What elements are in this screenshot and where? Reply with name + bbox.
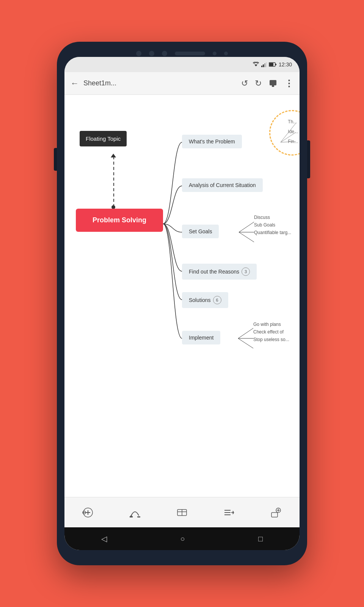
- svg-rect-26: [130, 516, 133, 517]
- svg-line-12: [239, 232, 254, 242]
- connect-icon: [129, 506, 141, 519]
- branch-find-reasons[interactable]: Find out the Reasons 3: [182, 264, 257, 280]
- toolbar-icons: ↺ ↻ ⋮: [241, 78, 293, 89]
- dashed-arrow-head: [111, 154, 116, 157]
- svg-rect-7: [269, 63, 273, 66]
- branch-analysis[interactable]: Analysis of Current Situation: [182, 178, 263, 192]
- branch-solutions[interactable]: Solutions 6: [182, 292, 228, 308]
- svg-line-13: [238, 328, 253, 338]
- svg-rect-8: [270, 80, 276, 85]
- format-button[interactable]: [268, 79, 278, 88]
- add-more-icon: [270, 506, 282, 519]
- set-goals-subitems: Discuss Sub Goals Quantifiable targ...: [254, 214, 291, 236]
- status-bar: 12:30: [64, 57, 300, 72]
- floating-topic-node[interactable]: Floating Topic: [80, 131, 127, 146]
- card-view-button[interactable]: [176, 506, 188, 519]
- branch-set-goals[interactable]: Set Goals: [182, 225, 219, 238]
- add-more-button[interactable]: [270, 506, 282, 519]
- connect-button[interactable]: [129, 506, 141, 519]
- bottom-nav: [64, 497, 300, 527]
- svg-rect-9: [272, 85, 274, 87]
- more-menu-button[interactable]: ⋮: [284, 78, 293, 89]
- android-recents-button[interactable]: □: [258, 535, 263, 543]
- svg-line-10: [239, 222, 254, 232]
- branch-whats-problem[interactable]: What's the Problem: [182, 135, 242, 148]
- central-node[interactable]: Problem Solving: [76, 209, 163, 232]
- implement-subitems: Go with plans Check effect of Stop usele…: [253, 321, 289, 343]
- status-icons: 12:30: [253, 61, 292, 68]
- status-time: 12:30: [279, 61, 292, 68]
- svg-rect-4: [266, 62, 267, 67]
- sub-check-effect: Check effect of: [253, 328, 289, 336]
- dashed-line: [113, 156, 114, 208]
- svg-rect-2: [263, 64, 264, 67]
- outline-icon: [223, 506, 235, 519]
- partial-branch-items: Th... Ide... Fin...: [286, 117, 300, 146]
- solutions-badge: 6: [213, 296, 221, 304]
- svg-rect-6: [275, 64, 276, 65]
- camera-dot-right: [213, 52, 217, 55]
- battery-icon: [269, 62, 276, 67]
- app-title: Sheet1m...: [83, 79, 237, 87]
- svg-marker-0: [254, 64, 257, 66]
- wifi-icon: [253, 62, 259, 67]
- sub-goals: Sub Goals: [254, 221, 291, 229]
- top-bar: ← Sheet1m... ↺ ↻ ⋮: [64, 72, 300, 95]
- card-view-icon: [176, 506, 188, 519]
- redo-button[interactable]: ↻: [255, 79, 262, 88]
- branch-implement[interactable]: Implement: [182, 331, 220, 344]
- svg-rect-37: [271, 513, 278, 517]
- camera-dot-mid-right: [162, 51, 167, 56]
- camera-dot-far-right: [224, 52, 228, 55]
- sub-discuss: Discuss: [254, 214, 291, 221]
- android-nav-bar: ◁ ○ □: [64, 527, 300, 550]
- add-topic-button[interactable]: [82, 506, 94, 519]
- camera-dot-mid-left: [149, 51, 154, 56]
- speaker-grille: [175, 52, 205, 55]
- android-back-button[interactable]: ◁: [101, 534, 107, 543]
- phone-screen: 12:30 ← Sheet1m... ↺ ↻ ⋮: [64, 57, 300, 550]
- android-home-button[interactable]: ○: [180, 535, 185, 543]
- svg-rect-27: [137, 516, 140, 517]
- sub-stop-useless: Stop useless so...: [253, 336, 289, 343]
- undo-button[interactable]: ↺: [241, 79, 248, 88]
- svg-rect-3: [264, 63, 265, 67]
- svg-line-15: [238, 338, 253, 348]
- camera-area: [136, 51, 228, 56]
- signal-icon: [261, 62, 267, 67]
- outline-button[interactable]: [223, 506, 235, 519]
- camera-dot-left: [136, 51, 141, 56]
- sub-go-with-plans: Go with plans: [253, 321, 289, 328]
- phone-frame: 12:30 ← Sheet1m... ↺ ↻ ⋮: [57, 42, 307, 565]
- add-topic-icon: [82, 506, 94, 519]
- back-button[interactable]: ←: [71, 79, 79, 88]
- find-reasons-badge: 3: [242, 267, 250, 276]
- svg-rect-1: [261, 66, 262, 67]
- sub-quantifiable: Quantifiable targ...: [254, 229, 291, 236]
- canvas-area: Th... Ide... Fin... Floating Topic Probl…: [64, 95, 300, 497]
